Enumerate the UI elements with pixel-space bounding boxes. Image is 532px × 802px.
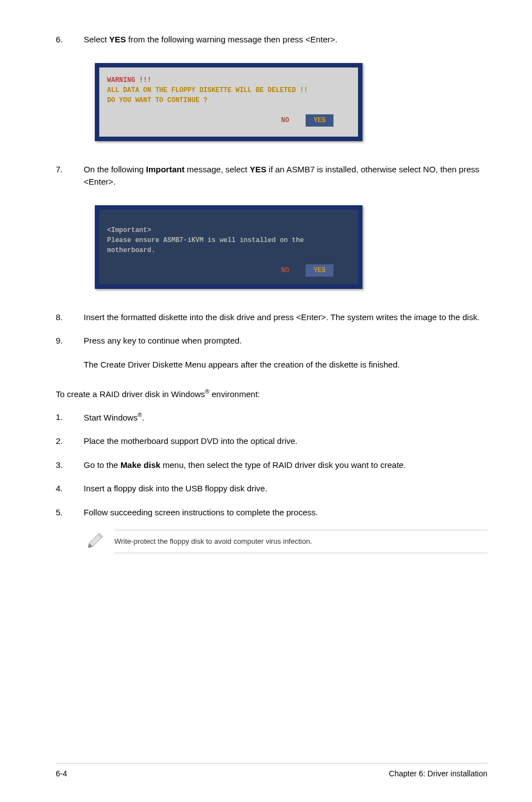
step-8-text: Insert the formatted diskette into the d… — [84, 311, 487, 324]
s2-step-4-text: Insert a floppy disk into the USB floppy… — [84, 482, 487, 495]
step-6-text-1: Select — [84, 35, 109, 44]
s2-step-3-number: 3. — [56, 459, 84, 472]
s2-step-2: 2. Place the motherboard support DVD int… — [56, 435, 487, 448]
step-6: 6. Select YES from the following warning… — [56, 33, 487, 46]
step-7-important: Important — [146, 165, 185, 174]
s2-step-3-text: Go to the Make disk menu, then select th… — [84, 459, 487, 472]
warning-no-button[interactable]: NO — [281, 115, 289, 125]
step-9: 9. Press any key to continue when prompt… — [56, 335, 487, 347]
s2-step-1-number: 1. — [56, 411, 84, 424]
step-7-text-2: message, select — [185, 165, 250, 174]
s2-step-3-before: Go to the — [84, 460, 120, 470]
important-line-1: <Important> — [107, 225, 350, 235]
s2-step-1-after: . — [142, 413, 144, 422]
section-2-intro-after: environment: — [209, 389, 260, 399]
warning-dialog: WARNING !!! ALL DATA ON THE FLOPPY DISKE… — [95, 63, 362, 141]
step-9-subtext: The Create Driver Diskette Menu appears … — [84, 359, 487, 371]
warning-dialog-content: WARNING !!! ALL DATA ON THE FLOPPY DISKE… — [99, 67, 358, 137]
s2-step-3: 3. Go to the Make disk menu, then select… — [56, 459, 487, 472]
step-6-yes: YES — [109, 35, 126, 44]
s2-step-4: 4. Insert a floppy disk into the USB flo… — [56, 482, 487, 495]
step-6-text: Select YES from the following warning me… — [84, 33, 487, 46]
step-8: 8. Insert the formatted diskette into th… — [56, 311, 487, 324]
note-text: Write-protect the floppy disk to avoid c… — [114, 530, 487, 553]
important-dialog-content: <Important> Please ensure ASMB7-iKVM is … — [99, 210, 358, 284]
warning-line-1: ALL DATA ON THE FLOPPY DISKETTE WILL BE … — [107, 85, 350, 95]
warning-yes-button[interactable]: YES — [306, 114, 333, 127]
warning-line-2: DO YOU WANT TO CONTINUE ? — [107, 95, 350, 105]
step-7: 7. On the following Important message, s… — [56, 163, 487, 189]
step-8-number: 8. — [56, 311, 84, 324]
s2-step-3-after: menu, then select the type of RAID drive… — [161, 460, 406, 470]
s2-step-1: 1. Start Windows®. — [56, 411, 487, 424]
s2-step-5-number: 5. — [56, 506, 84, 519]
s2-step-4-number: 4. — [56, 482, 84, 495]
important-buttons: NO YES — [107, 264, 350, 277]
s2-step-1-before: Start Windows — [84, 413, 138, 422]
pencil-icon — [84, 530, 106, 552]
step-9-text: Press any key to continue when prompted. — [84, 335, 487, 347]
s2-step-3-bold: Make disk — [120, 460, 161, 470]
section-2-intro-before: To create a RAID driver disk in Windows — [56, 389, 205, 399]
important-yes-button[interactable]: YES — [306, 264, 333, 277]
s2-step-2-number: 2. — [56, 435, 84, 448]
s2-step-5-text: Follow succeeding screen instructions to… — [84, 506, 487, 519]
important-line-2: Please ensure ASMB7-iKVM is well install… — [107, 235, 350, 245]
important-no-button[interactable]: NO — [281, 265, 289, 276]
important-dialog: <Important> Please ensure ASMB7-iKVM is … — [95, 205, 362, 289]
warning-buttons: NO YES — [107, 114, 350, 127]
step-7-number: 7. — [56, 163, 84, 189]
section-2-intro: To create a RAID driver disk in Windows®… — [56, 388, 487, 401]
step-9-number: 9. — [56, 335, 84, 347]
important-line-3: motherboard. — [107, 245, 350, 255]
s2-step-5: 5. Follow succeeding screen instructions… — [56, 506, 487, 519]
note-box: Write-protect the floppy disk to avoid c… — [84, 530, 487, 553]
step-7-yes: YES — [250, 165, 267, 174]
s2-step-2-text: Place the motherboard support DVD into t… — [84, 435, 487, 448]
step-7-text-1: On the following — [84, 165, 146, 174]
s2-step-1-text: Start Windows®. — [84, 411, 487, 424]
step-6-number: 6. — [56, 33, 84, 46]
step-6-text-2: from the following warning message then … — [126, 35, 337, 44]
warning-title: WARNING !!! — [107, 75, 350, 85]
step-7-text: On the following Important message, sele… — [84, 163, 487, 189]
